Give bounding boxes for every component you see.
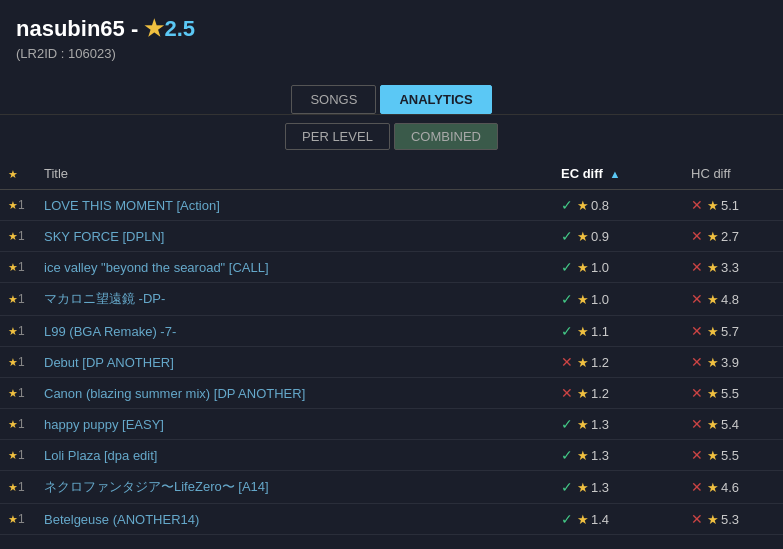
table-row: ★1ネクロファンタジア〜LifeZero〜 [A14]✓★1.3✕★4.6 bbox=[0, 471, 783, 504]
col-ec-diff[interactable]: EC diff ▲ bbox=[553, 158, 683, 190]
songs-table-container: ★ Title EC diff ▲ HC diff ★1LOVE THIS MO… bbox=[0, 158, 783, 535]
username-label: nasubin65 bbox=[16, 16, 125, 41]
table-row: ★1Canon (blazing summer mix) [DP ANOTHER… bbox=[0, 378, 783, 409]
cell-title[interactable]: L99 (BGA Remake) -7- bbox=[36, 316, 553, 347]
user-title: nasubin65 - ★2.5 bbox=[16, 16, 767, 42]
cell-hc-diff: ✕★5.5 bbox=[683, 440, 783, 471]
cell-title[interactable]: ネクロファンタジア〜LifeZero〜 [A14] bbox=[36, 471, 553, 504]
cell-rank: ★1 bbox=[0, 316, 36, 347]
cell-rank: ★1 bbox=[0, 283, 36, 316]
table-row: ★1Debut [DP ANOTHER]✕★1.2✕★3.9 bbox=[0, 347, 783, 378]
songs-table: ★ Title EC diff ▲ HC diff ★1LOVE THIS MO… bbox=[0, 158, 783, 535]
table-header-row: ★ Title EC diff ▲ HC diff bbox=[0, 158, 783, 190]
cell-title[interactable]: Debut [DP ANOTHER] bbox=[36, 347, 553, 378]
cell-rank: ★1 bbox=[0, 440, 36, 471]
header: nasubin65 - ★2.5 (LR2ID : 106023) bbox=[0, 0, 783, 69]
cell-hc-diff: ✕★5.3 bbox=[683, 504, 783, 535]
table-row: ★1happy puppy [EASY]✓★1.3✕★5.4 bbox=[0, 409, 783, 440]
cell-ec-diff: ✓★1.3 bbox=[553, 409, 683, 440]
ec-diff-label: EC diff bbox=[561, 166, 603, 181]
cell-hc-diff: ✕★4.8 bbox=[683, 283, 783, 316]
table-row: ★1L99 (BGA Remake) -7-✓★1.1✕★5.7 bbox=[0, 316, 783, 347]
tab-analytics[interactable]: ANALYTICS bbox=[380, 85, 491, 114]
cell-rank: ★1 bbox=[0, 252, 36, 283]
sort-asc-icon: ▲ bbox=[610, 168, 621, 180]
cell-hc-diff: ✕★5.1 bbox=[683, 190, 783, 221]
cell-ec-diff: ✓★1.0 bbox=[553, 283, 683, 316]
table-row: ★1マカロニ望遠鏡 -DP-✓★1.0✕★4.8 bbox=[0, 283, 783, 316]
cell-hc-diff: ✕★4.6 bbox=[683, 471, 783, 504]
cell-title[interactable]: LOVE THIS MOMENT [Action] bbox=[36, 190, 553, 221]
col-title[interactable]: Title bbox=[36, 158, 553, 190]
cell-hc-diff: ✕★5.5 bbox=[683, 378, 783, 409]
cell-title[interactable]: ice valley "beyond the searoad" [CALL] bbox=[36, 252, 553, 283]
cell-ec-diff: ✓★1.3 bbox=[553, 440, 683, 471]
cell-hc-diff: ✕★2.7 bbox=[683, 221, 783, 252]
table-row: ★1LOVE THIS MOMENT [Action]✓★0.8✕★5.1 bbox=[0, 190, 783, 221]
songs-tbody: ★1LOVE THIS MOMENT [Action]✓★0.8✕★5.1★1S… bbox=[0, 190, 783, 535]
cell-ec-diff: ✓★0.9 bbox=[553, 221, 683, 252]
cell-title[interactable]: Loli Plaza [dpa edit] bbox=[36, 440, 553, 471]
cell-title[interactable]: Betelgeuse (ANOTHER14) bbox=[36, 504, 553, 535]
subtab-combined[interactable]: COMBINED bbox=[394, 123, 498, 150]
cell-ec-diff: ✓★1.0 bbox=[553, 252, 683, 283]
cell-ec-diff: ✓★1.3 bbox=[553, 471, 683, 504]
separator: - bbox=[131, 16, 144, 41]
cell-ec-diff: ✓★0.8 bbox=[553, 190, 683, 221]
cell-rank: ★1 bbox=[0, 504, 36, 535]
cell-rank: ★1 bbox=[0, 471, 36, 504]
cell-ec-diff: ✓★1.1 bbox=[553, 316, 683, 347]
lr2id-label: (LR2ID : 106023) bbox=[16, 46, 767, 61]
subtabs-row: PER LEVEL COMBINED bbox=[0, 123, 783, 150]
cell-title[interactable]: マカロニ望遠鏡 -DP- bbox=[36, 283, 553, 316]
cell-hc-diff: ✕★3.3 bbox=[683, 252, 783, 283]
table-row: ★1SKY FORCE [DPLN]✓★0.9✕★2.7 bbox=[0, 221, 783, 252]
cell-ec-diff: ✓★1.4 bbox=[553, 504, 683, 535]
cell-rank: ★1 bbox=[0, 378, 36, 409]
cell-ec-diff: ✕★1.2 bbox=[553, 347, 683, 378]
cell-hc-diff: ✕★5.4 bbox=[683, 409, 783, 440]
cell-rank: ★1 bbox=[0, 347, 36, 378]
col-hc-diff[interactable]: HC diff bbox=[683, 158, 783, 190]
table-row: ★1Loli Plaza [dpa edit]✓★1.3✕★5.5 bbox=[0, 440, 783, 471]
cell-hc-diff: ✕★3.9 bbox=[683, 347, 783, 378]
rating-value: 2.5 bbox=[164, 16, 195, 41]
cell-rank: ★1 bbox=[0, 409, 36, 440]
tabs-row: SONGS ANALYTICS bbox=[0, 85, 783, 115]
cell-rank: ★1 bbox=[0, 221, 36, 252]
star-icon: ★ bbox=[144, 16, 164, 41]
cell-title[interactable]: Canon (blazing summer mix) [DP ANOTHER] bbox=[36, 378, 553, 409]
rank-star-icon: ★ bbox=[8, 168, 18, 180]
tab-songs[interactable]: SONGS bbox=[291, 85, 376, 114]
col-rank: ★ bbox=[0, 158, 36, 190]
cell-hc-diff: ✕★5.7 bbox=[683, 316, 783, 347]
table-row: ★1Betelgeuse (ANOTHER14)✓★1.4✕★5.3 bbox=[0, 504, 783, 535]
cell-ec-diff: ✕★1.2 bbox=[553, 378, 683, 409]
cell-rank: ★1 bbox=[0, 190, 36, 221]
table-row: ★1ice valley "beyond the searoad" [CALL]… bbox=[0, 252, 783, 283]
cell-title[interactable]: SKY FORCE [DPLN] bbox=[36, 221, 553, 252]
cell-title[interactable]: happy puppy [EASY] bbox=[36, 409, 553, 440]
subtab-per-level[interactable]: PER LEVEL bbox=[285, 123, 390, 150]
